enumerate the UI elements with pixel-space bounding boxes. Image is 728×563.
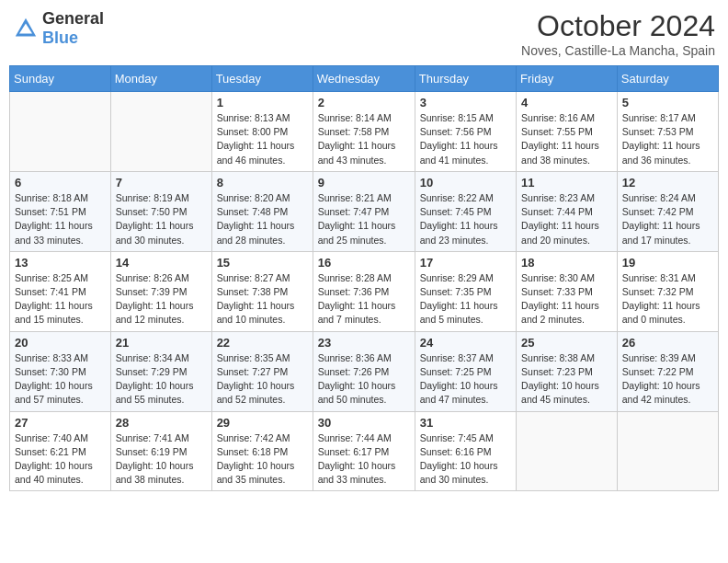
calendar-cell [617, 411, 718, 491]
calendar-cell: 27Sunrise: 7:40 AM Sunset: 6:21 PM Dayli… [10, 411, 111, 491]
day-number: 19 [622, 256, 713, 270]
day-number: 18 [521, 256, 612, 270]
day-number: 28 [116, 416, 207, 430]
day-info: Sunrise: 8:16 AM Sunset: 7:55 PM Dayligh… [521, 111, 612, 167]
day-number: 25 [521, 336, 612, 350]
day-number: 1 [217, 96, 308, 109]
day-info: Sunrise: 8:14 AM Sunset: 7:58 PM Dayligh… [318, 111, 410, 167]
day-info: Sunrise: 7:45 AM Sunset: 6:16 PM Dayligh… [420, 431, 511, 488]
day-number: 30 [318, 416, 410, 430]
calendar-cell: 11Sunrise: 8:23 AM Sunset: 7:44 PM Dayli… [517, 171, 618, 251]
logo-general: General [42, 9, 104, 28]
day-info: Sunrise: 8:38 AM Sunset: 7:23 PM Dayligh… [521, 351, 612, 408]
calendar-cell: 3Sunrise: 8:15 AM Sunset: 7:56 PM Daylig… [415, 92, 516, 172]
calendar-cell: 16Sunrise: 8:28 AM Sunset: 7:36 PM Dayli… [313, 251, 415, 331]
month-title: October 2024 [521, 9, 715, 43]
calendar-week-row: 20Sunrise: 8:33 AM Sunset: 7:30 PM Dayli… [10, 331, 719, 411]
day-info: Sunrise: 8:39 AM Sunset: 7:22 PM Dayligh… [622, 351, 713, 408]
day-info: Sunrise: 8:15 AM Sunset: 7:56 PM Dayligh… [420, 111, 511, 167]
day-info: Sunrise: 8:19 AM Sunset: 7:50 PM Dayligh… [116, 191, 207, 247]
weekday-header: Sunday [10, 66, 111, 92]
calendar-cell: 8Sunrise: 8:20 AM Sunset: 7:48 PM Daylig… [211, 171, 313, 251]
day-number: 3 [420, 96, 511, 109]
calendar-week-row: 13Sunrise: 8:25 AM Sunset: 7:41 PM Dayli… [10, 251, 719, 331]
calendar-cell: 26Sunrise: 8:39 AM Sunset: 7:22 PM Dayli… [617, 331, 718, 411]
weekday-header-row: SundayMondayTuesdayWednesdayThursdayFrid… [10, 66, 719, 92]
weekday-header: Thursday [415, 66, 516, 92]
day-number: 17 [420, 256, 511, 270]
calendar-cell [517, 411, 618, 491]
calendar-table: SundayMondayTuesdayWednesdayThursdayFrid… [9, 65, 719, 491]
day-info: Sunrise: 8:31 AM Sunset: 7:32 PM Dayligh… [622, 271, 713, 327]
day-number: 14 [116, 256, 207, 270]
calendar-cell: 6Sunrise: 8:18 AM Sunset: 7:51 PM Daylig… [10, 171, 111, 251]
title-section: October 2024 Noves, Castille-La Mancha, … [521, 9, 715, 58]
day-number: 12 [622, 176, 713, 190]
calendar-cell: 20Sunrise: 8:33 AM Sunset: 7:30 PM Dayli… [10, 331, 111, 411]
day-info: Sunrise: 8:17 AM Sunset: 7:53 PM Dayligh… [622, 111, 713, 167]
day-info: Sunrise: 8:34 AM Sunset: 7:29 PM Dayligh… [116, 351, 207, 408]
day-number: 29 [217, 416, 308, 430]
calendar-week-row: 6Sunrise: 8:18 AM Sunset: 7:51 PM Daylig… [10, 171, 719, 251]
weekday-header: Friday [517, 66, 618, 92]
calendar-cell: 12Sunrise: 8:24 AM Sunset: 7:42 PM Dayli… [617, 171, 718, 251]
logo: General Blue [13, 9, 104, 48]
calendar-cell [110, 92, 211, 172]
location-title: Noves, Castille-La Mancha, Spain [521, 43, 715, 58]
weekday-header: Wednesday [313, 66, 415, 92]
calendar-cell: 23Sunrise: 8:36 AM Sunset: 7:26 PM Dayli… [313, 331, 415, 411]
day-number: 10 [420, 176, 511, 190]
day-info: Sunrise: 7:41 AM Sunset: 6:19 PM Dayligh… [116, 431, 207, 488]
day-number: 7 [116, 176, 207, 190]
calendar-cell: 30Sunrise: 7:44 AM Sunset: 6:17 PM Dayli… [313, 411, 415, 491]
day-info: Sunrise: 8:13 AM Sunset: 8:00 PM Dayligh… [217, 111, 308, 167]
day-number: 2 [318, 96, 410, 109]
day-number: 11 [521, 176, 612, 190]
calendar-cell: 29Sunrise: 7:42 AM Sunset: 6:18 PM Dayli… [211, 411, 313, 491]
calendar-cell: 22Sunrise: 8:35 AM Sunset: 7:27 PM Dayli… [211, 331, 313, 411]
day-number: 9 [318, 176, 410, 190]
calendar-cell: 10Sunrise: 8:22 AM Sunset: 7:45 PM Dayli… [415, 171, 516, 251]
calendar-cell: 14Sunrise: 8:26 AM Sunset: 7:39 PM Dayli… [110, 251, 211, 331]
day-info: Sunrise: 7:40 AM Sunset: 6:21 PM Dayligh… [15, 431, 106, 488]
calendar-cell: 28Sunrise: 7:41 AM Sunset: 6:19 PM Dayli… [110, 411, 211, 491]
day-number: 20 [15, 336, 106, 350]
calendar-cell: 18Sunrise: 8:30 AM Sunset: 7:33 PM Dayli… [517, 251, 618, 331]
day-number: 24 [420, 336, 511, 350]
day-number: 26 [622, 336, 713, 350]
calendar-cell: 24Sunrise: 8:37 AM Sunset: 7:25 PM Dayli… [415, 331, 516, 411]
day-number: 5 [622, 96, 713, 109]
day-info: Sunrise: 8:33 AM Sunset: 7:30 PM Dayligh… [15, 351, 106, 408]
day-number: 6 [15, 176, 106, 190]
calendar-cell: 13Sunrise: 8:25 AM Sunset: 7:41 PM Dayli… [10, 251, 111, 331]
calendar-cell: 9Sunrise: 8:21 AM Sunset: 7:47 PM Daylig… [313, 171, 415, 251]
day-info: Sunrise: 8:21 AM Sunset: 7:47 PM Dayligh… [318, 191, 410, 247]
day-number: 23 [318, 336, 410, 350]
day-info: Sunrise: 8:22 AM Sunset: 7:45 PM Dayligh… [420, 191, 511, 247]
day-info: Sunrise: 8:30 AM Sunset: 7:33 PM Dayligh… [521, 271, 612, 327]
day-number: 27 [15, 416, 106, 430]
day-info: Sunrise: 8:35 AM Sunset: 7:27 PM Dayligh… [217, 351, 308, 408]
weekday-header: Saturday [617, 66, 718, 92]
day-number: 21 [116, 336, 207, 350]
day-info: Sunrise: 8:29 AM Sunset: 7:35 PM Dayligh… [420, 271, 511, 327]
logo-blue: Blue [42, 29, 78, 47]
calendar-cell: 5Sunrise: 8:17 AM Sunset: 7:53 PM Daylig… [617, 92, 718, 172]
day-info: Sunrise: 8:20 AM Sunset: 7:48 PM Dayligh… [217, 191, 308, 247]
day-info: Sunrise: 8:18 AM Sunset: 7:51 PM Dayligh… [15, 191, 106, 247]
page-header: General Blue October 2024 Noves, Castill… [9, 9, 719, 58]
day-number: 31 [420, 416, 511, 430]
day-number: 8 [217, 176, 308, 190]
day-info: Sunrise: 8:27 AM Sunset: 7:38 PM Dayligh… [217, 271, 308, 327]
day-info: Sunrise: 8:23 AM Sunset: 7:44 PM Dayligh… [521, 191, 612, 247]
day-info: Sunrise: 7:44 AM Sunset: 6:17 PM Dayligh… [318, 431, 410, 488]
day-info: Sunrise: 8:28 AM Sunset: 7:36 PM Dayligh… [318, 271, 410, 327]
calendar-cell: 1Sunrise: 8:13 AM Sunset: 8:00 PM Daylig… [211, 92, 313, 172]
calendar-cell: 25Sunrise: 8:38 AM Sunset: 7:23 PM Dayli… [517, 331, 618, 411]
calendar-cell: 21Sunrise: 8:34 AM Sunset: 7:29 PM Dayli… [110, 331, 211, 411]
day-info: Sunrise: 8:25 AM Sunset: 7:41 PM Dayligh… [15, 271, 106, 327]
calendar-cell: 15Sunrise: 8:27 AM Sunset: 7:38 PM Dayli… [211, 251, 313, 331]
day-number: 4 [521, 96, 612, 109]
day-number: 16 [318, 256, 410, 270]
weekday-header: Monday [110, 66, 211, 92]
